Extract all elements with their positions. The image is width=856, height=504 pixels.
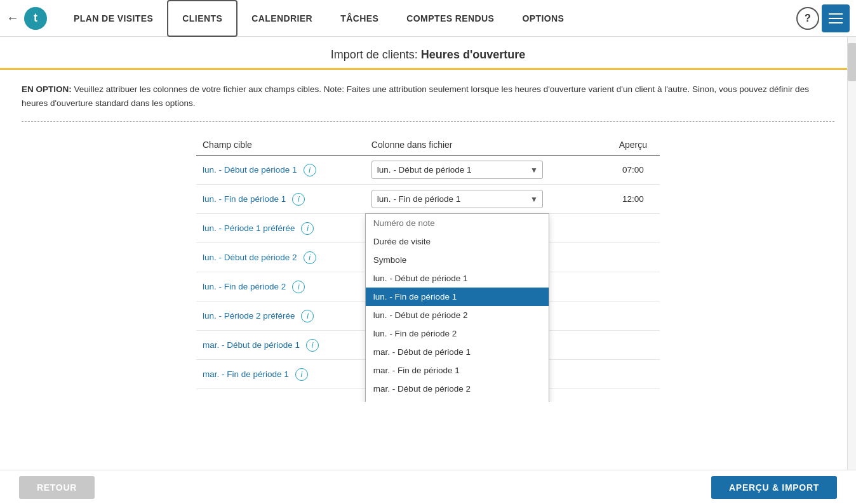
mapping-table: Champ cible Colonne dans fichier Aperçu … <box>196 135 660 389</box>
dropdown-item[interactable]: mar. - Fin de période 2 <box>366 398 549 402</box>
back-button[interactable]: ← <box>6 11 19 25</box>
nav-comptes-rendus[interactable]: COMPTES RENDUS <box>392 0 508 37</box>
dropdown-item[interactable]: Durée de visite <box>366 232 549 251</box>
info-icon[interactable]: i <box>306 339 319 352</box>
apercu-value: 07:00 <box>606 156 660 185</box>
info-paragraph: EN OPTION: Veuillez attribuer les colonn… <box>22 83 834 110</box>
dropdown-item[interactable]: lun. - Fin de période 2 <box>366 324 549 343</box>
dropdown-item[interactable]: mar. - Début de période 1 <box>366 343 549 361</box>
field-label: mar. - Début de période 1 <box>203 340 300 350</box>
field-label: lun. - Fin de période 2 <box>203 282 286 291</box>
content-area: EN OPTION: Veuillez attribuer les colonn… <box>3 70 853 402</box>
info-icon[interactable]: i <box>301 310 314 322</box>
dropdown-item[interactable]: Symbole <box>366 251 549 269</box>
apercu-value <box>606 331 660 360</box>
column-select[interactable]: lun. - Début de période 1 <box>371 161 543 179</box>
info-icon[interactable]: i <box>295 368 308 381</box>
nav-options[interactable]: OPTIONS <box>508 0 578 37</box>
column-select[interactable]: lun. - Fin de période 1 <box>371 190 543 208</box>
field-label: lun. - Début de période 1 <box>203 165 297 175</box>
field-label: lun. - Période 2 préférée <box>203 311 295 321</box>
dropdown-item[interactable]: mar. - Début de période 2 <box>366 380 549 398</box>
info-icon[interactable]: i <box>301 222 314 235</box>
apercu-value <box>606 214 660 243</box>
nav-clients[interactable]: CLIENTS <box>167 0 237 37</box>
apercu-value <box>606 272 660 302</box>
info-icon[interactable]: i <box>304 251 316 264</box>
col-header-champ: Champ cible <box>196 135 365 156</box>
header: ← t PLAN DE VISITES CLIENTS CALENDRIER T… <box>0 0 856 37</box>
dropdown-list: Numéro de note Durée de visite Symbole l… <box>365 213 549 402</box>
page-title-prefix: Import de clients: <box>331 48 421 61</box>
dropdown-item[interactable]: lun. - Début de période 1 <box>366 269 549 288</box>
table-row: lun. - Début de période 1 i lun. - Début… <box>196 156 660 185</box>
nav-calendrier[interactable]: CALENDRIER <box>237 0 326 37</box>
dropdown-cell: lun. - Fin de période 1 ▼ Numéro de note… <box>365 185 606 214</box>
dropdown-item[interactable]: mar. - Fin de période 1 <box>366 361 549 380</box>
dropdown-item[interactable]: Numéro de note <box>366 214 549 232</box>
dropdown-item-selected[interactable]: lun. - Fin de période 1 <box>366 288 549 306</box>
apercu-value <box>606 302 660 331</box>
field-label: mar. - Fin de période 1 <box>203 369 289 379</box>
field-label: lun. - Début de période 2 <box>203 253 297 262</box>
divider <box>22 121 834 122</box>
apercu-value <box>606 243 660 272</box>
page-title-bold: Heures d'ouverture <box>421 48 525 61</box>
info-icon[interactable]: i <box>292 281 305 293</box>
apercu-value: 12:00 <box>606 185 660 214</box>
info-rest: Veuillez attribuer les colonnes de votre… <box>22 84 809 108</box>
scrollbar-thumb[interactable] <box>848 43 856 81</box>
menu-button[interactable] <box>822 4 850 32</box>
logo: t <box>24 7 47 30</box>
table-row: lun. - Fin de période 1 i lun. - Fin de … <box>196 185 660 214</box>
help-button[interactable]: ? <box>796 7 819 30</box>
header-right: ? <box>796 4 850 32</box>
page-title-bar: Import de clients: Heures d'ouverture <box>0 37 856 70</box>
col-header-colonne: Colonne dans fichier <box>365 135 606 156</box>
main-nav: PLAN DE VISITES CLIENTS CALENDRIER TÂCHE… <box>60 0 796 37</box>
page-scrollbar[interactable] <box>847 37 856 402</box>
dropdown-item[interactable]: lun. - Début de période 2 <box>366 306 549 324</box>
field-label: lun. - Période 1 préférée <box>203 223 295 233</box>
apercu-value <box>606 360 660 389</box>
nav-plan-de-visites[interactable]: PLAN DE VISITES <box>60 0 167 37</box>
info-icon[interactable]: i <box>304 164 316 176</box>
select-wrapper: lun. - Fin de période 1 ▼ <box>371 190 543 208</box>
info-icon[interactable]: i <box>292 193 305 206</box>
info-bold: EN OPTION: <box>22 84 72 94</box>
nav-taches[interactable]: TÂCHES <box>326 0 392 37</box>
field-label: lun. - Fin de période 1 <box>203 194 286 204</box>
col-header-apercu: Aperçu <box>606 135 660 156</box>
select-wrapper: lun. - Début de période 1 ▼ <box>371 161 543 179</box>
